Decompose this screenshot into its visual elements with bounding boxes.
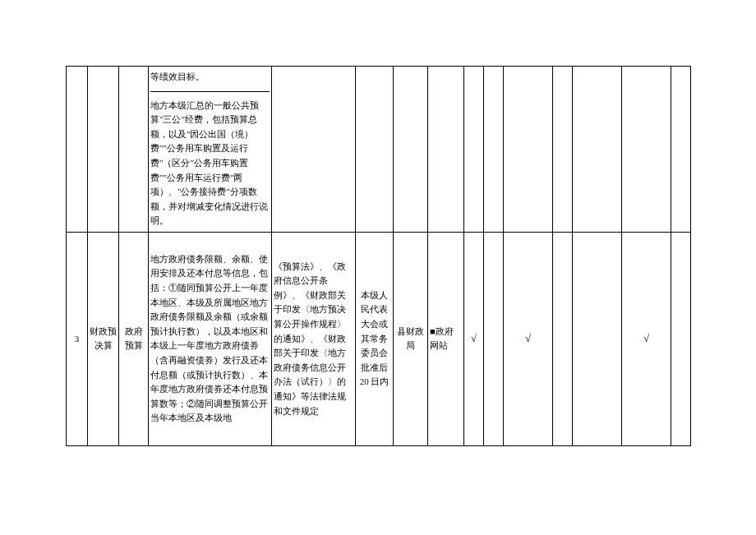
cell-chan-prev <box>428 67 464 233</box>
cell-cat-prev <box>88 67 119 233</box>
cell-basis: 《预算法》、《政府信息公开条例》、《财政部关于印发〈地方预决算公开操作规程〉的通… <box>272 232 356 445</box>
cell-check4 <box>553 232 573 445</box>
budget-disclosure-table: 等绩效目标。 地方本级汇总的一般公共预算"三公"经费，包括预算总额，以及"因公出… <box>66 66 691 446</box>
content-part-b: 地方本级汇总的一般公共预算"三公"经费，包括预算总额，以及"因公出国（境）费""… <box>150 91 270 228</box>
cell-c4-prev <box>553 67 573 233</box>
cell-check3: √ <box>504 232 553 445</box>
cell-check5 <box>573 232 622 445</box>
cell-time-prev <box>356 67 394 233</box>
cell-c6-prev <box>622 67 671 233</box>
table-row: 等绩效目标。 地方本级汇总的一般公共预算"三公"经费，包括预算总额，以及"因公出… <box>67 67 691 233</box>
cell-content: 地方政府债务限额、余额、使用安排及还本付息等信息，包括：①随同预算公开上一年度本… <box>149 232 272 445</box>
cell-check7 <box>671 232 691 445</box>
cell-content-prev: 等绩效目标。 地方本级汇总的一般公共预算"三公"经费，包括预算总额，以及"因公出… <box>149 67 272 233</box>
cell-c3-prev <box>504 67 553 233</box>
cell-c7-prev <box>671 67 691 233</box>
cell-c2-prev <box>484 67 504 233</box>
cell-sub-prev <box>119 67 149 233</box>
cell-c1-prev <box>464 67 484 233</box>
table-row: 3 财政预决算 政府预算 地方政府债务限额、余额、使用安排及还本付息等信息，包括… <box>67 232 691 445</box>
cell-num: 3 <box>67 232 88 445</box>
cell-check6: √ <box>622 232 671 445</box>
cell-check1: √ <box>464 232 484 445</box>
cell-c5-prev <box>573 67 622 233</box>
cell-check2 <box>484 232 504 445</box>
cell-category: 财政预决算 <box>88 232 119 445</box>
content-part-a: 等绩效目标。 <box>150 70 270 85</box>
cell-num-prev <box>67 67 88 233</box>
cell-dept-prev <box>394 67 428 233</box>
document-page: 等绩效目标。 地方本级汇总的一般公共预算"三公"经费，包括预算总额，以及"因公出… <box>0 0 756 535</box>
cell-timing: 本级人民代表大会或其常务委员会批准后20 日内 <box>356 232 394 445</box>
cell-basis-prev <box>272 67 356 233</box>
cell-subcat: 政府预算 <box>119 232 149 445</box>
cell-channel: ■政府网站 <box>428 232 464 445</box>
cell-dept: 县财政局 <box>394 232 428 445</box>
